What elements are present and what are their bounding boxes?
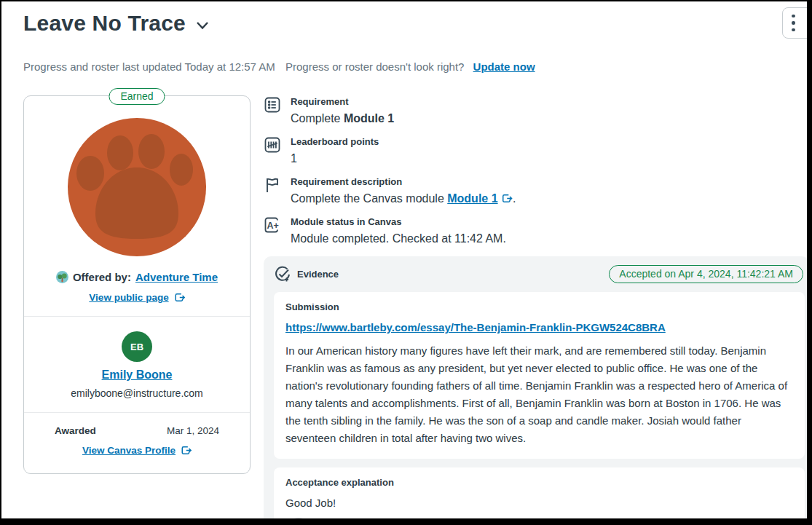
module-link[interactable]: Module 1 xyxy=(447,192,497,205)
kebab-dot xyxy=(792,21,795,25)
module-status-row: A+ Module status in Canvas Module comple… xyxy=(264,216,807,246)
module-status-label: Module status in Canvas xyxy=(291,216,506,228)
external-link-icon xyxy=(501,193,513,204)
checklist-icon xyxy=(264,96,281,114)
submission-card: Submission https://www.bartleby.com/essa… xyxy=(274,292,805,459)
module-status-value: Module completed. Checked at 11:42 AM. xyxy=(291,231,506,246)
submission-text: In our American history many figures hav… xyxy=(285,342,793,447)
requirement-module-name: Module 1 xyxy=(344,112,394,125)
earned-status-badge: Earned xyxy=(109,88,165,105)
badge-image-paw xyxy=(68,118,206,256)
acceptance-card: Acceptance explanation Good Job! DR Acce… xyxy=(274,467,805,518)
page-title: Leave No Trace xyxy=(23,11,186,36)
external-link-icon xyxy=(174,292,185,303)
chevron-down-icon[interactable] xyxy=(196,21,209,30)
awarded-date: Mar 1, 2024 xyxy=(167,425,219,436)
svg-text:A+: A+ xyxy=(267,221,279,231)
requirement-row: Requirement Complete Module 1 xyxy=(264,95,807,126)
recipient-name-link[interactable]: Emily Boone xyxy=(24,368,250,382)
evidence-label: Evidence xyxy=(297,269,339,280)
check-circle-plus-icon xyxy=(274,266,291,283)
submission-url-link[interactable]: https://www.bartleby.com/essay/The-Benja… xyxy=(285,321,666,333)
requirement-description-row: Requirement description Complete the Can… xyxy=(264,175,807,206)
card-divider xyxy=(24,316,250,317)
view-public-page-link[interactable]: View public page xyxy=(89,292,168,303)
description-label: Requirement description xyxy=(291,175,516,188)
tally-icon xyxy=(264,136,281,154)
external-link-icon xyxy=(181,445,192,456)
offered-by-label: Offered by: xyxy=(73,271,131,283)
requirement-label: Requirement xyxy=(291,95,394,108)
view-canvas-profile-link[interactable]: View Canvas Profile xyxy=(82,445,176,456)
accepter-avatar: DR xyxy=(285,518,312,518)
more-options-button[interactable] xyxy=(782,7,807,39)
last-updated-text: Progress and roster last updated Today a… xyxy=(23,60,275,73)
badge-card: Earned Offered by: Adventure Time xyxy=(23,95,251,474)
description-suffix: . xyxy=(513,192,516,205)
card-divider xyxy=(24,412,250,413)
screenshot-frame: Leave No Trace Progress and roster last … xyxy=(0,0,812,525)
page-header: Leave No Trace xyxy=(1,1,807,36)
submission-heading: Submission xyxy=(285,301,793,312)
grade-a-plus-icon: A+ xyxy=(264,216,281,234)
status-line: Progress and roster last updated Today a… xyxy=(23,60,807,73)
update-now-link[interactable]: Update now xyxy=(473,60,535,73)
organization-logo-icon xyxy=(56,271,68,283)
recipient-avatar: EB xyxy=(122,331,152,362)
accepted-status-badge: Accepted on Apr 4, 2024, 11:42:21 AM xyxy=(609,265,803,283)
update-question-text: Progress or roster doesn't look right? xyxy=(285,60,464,73)
acceptance-heading: Acceptance explanation xyxy=(285,477,793,488)
leaderboard-value: 1 xyxy=(291,151,379,166)
credential-page: Leave No Trace Progress and roster last … xyxy=(1,1,807,518)
leaderboard-points-row: Leaderboard points 1 xyxy=(264,135,807,166)
acceptance-comment: Good Job! xyxy=(285,497,793,509)
recipient-email: emilyboone@instructure.com xyxy=(24,387,250,399)
kebab-dot xyxy=(792,15,795,18)
requirement-details: Requirement Complete Module 1 Leaderboar… xyxy=(264,95,807,518)
description-text: Complete the Canvas module xyxy=(291,192,447,205)
requirement-value-text: Complete xyxy=(291,112,344,125)
leaderboard-label: Leaderboard points xyxy=(291,135,379,148)
flag-icon xyxy=(264,176,281,194)
evidence-section: Evidence Accepted on Apr 4, 2024, 11:42:… xyxy=(264,256,807,518)
organization-link[interactable]: Adventure Time xyxy=(135,271,218,283)
kebab-dot xyxy=(792,28,795,32)
awarded-label: Awarded xyxy=(55,425,96,436)
